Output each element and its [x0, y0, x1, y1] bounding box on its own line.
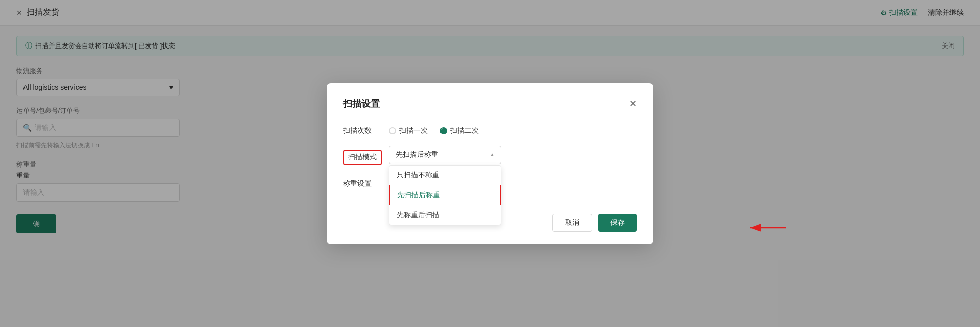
scan-settings-modal: 扫描设置 ✕ 扫描次数 扫描一次 扫描二次 [327, 83, 653, 244]
dropdown-trigger[interactable]: 先扫描后称重 ▲ [389, 146, 501, 164]
modal-close-button[interactable]: ✕ [629, 99, 637, 108]
scan-mode-row: 扫描模式 先扫描后称重 ▲ 只扫描不称重 先扫描后称重 先称重后扫描 [343, 146, 637, 165]
scan-mode-content: 先扫描后称重 ▲ 只扫描不称重 先扫描后称重 先称重后扫描 [389, 146, 637, 164]
scan-twice-radio[interactable] [440, 127, 447, 134]
chevron-up-icon: ▲ [489, 152, 495, 157]
modal-title: 扫描设置 [343, 98, 380, 110]
weigh-settings-label: 称重设置 [343, 175, 389, 189]
cancel-button[interactable]: 取消 [552, 214, 592, 232]
scan-count-label: 扫描次数 [343, 122, 389, 135]
dropdown-menu: 只扫描不称重 先扫描后称重 先称重后扫描 [389, 165, 501, 225]
modal-header: 扫描设置 ✕ [343, 98, 637, 110]
dropdown-item-no-weigh[interactable]: 只扫描不称重 [389, 166, 501, 185]
scan-once-option[interactable]: 扫描一次 [389, 126, 428, 135]
scan-count-options: 扫描一次 扫描二次 [389, 122, 637, 135]
scan-mode-box: 扫描模式 [343, 150, 382, 165]
dropdown-item-scan-weigh[interactable]: 先扫描后称重 [389, 185, 501, 205]
dropdown-item-weigh-scan[interactable]: 先称重后扫描 [389, 205, 501, 225]
scan-count-row: 扫描次数 扫描一次 扫描二次 [343, 122, 637, 135]
arrow-annotation [745, 220, 791, 238]
modal-overlay: 扫描设置 ✕ 扫描次数 扫描一次 扫描二次 [0, 0, 980, 327]
save-button[interactable]: 保存 [598, 214, 637, 232]
scan-mode-label-wrapper: 扫描模式 [343, 146, 389, 165]
scan-twice-option[interactable]: 扫描二次 [440, 126, 479, 135]
radio-group: 扫描一次 扫描二次 [389, 122, 637, 135]
scan-mode-dropdown[interactable]: 先扫描后称重 ▲ 只扫描不称重 先扫描后称重 先称重后扫描 [389, 146, 501, 164]
scan-once-radio[interactable] [389, 127, 396, 134]
